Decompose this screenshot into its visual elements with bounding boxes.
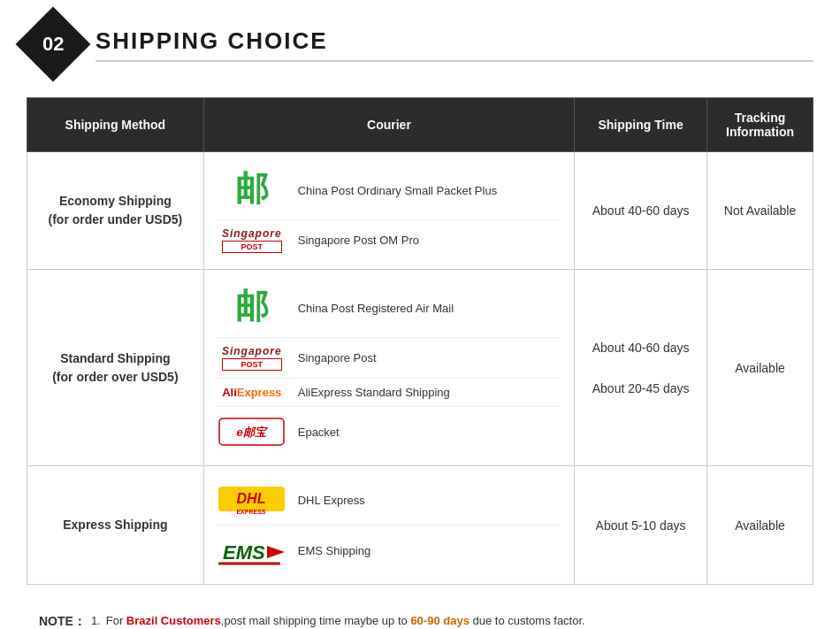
notes-section: NOTE： 1. For Brazil Customers,post mail … [27, 602, 813, 629]
courier-name: China Post Ordinary Small Packet Plus [298, 184, 497, 197]
table-row: Express Shipping DHL EXPRESS DHL Express [27, 466, 813, 585]
courier-item: EMS EMS Shipping [217, 525, 561, 575]
table-header-row: Shipping Method Courier Shipping Time Tr… [27, 98, 813, 152]
courier-item: Singapore POST Singapore Post OM Pro [217, 220, 561, 260]
singapore-logo: Singapore POST [217, 345, 287, 371]
couriers-economy: 邮 China Post Ordinary Small Packet Plus … [203, 152, 574, 270]
table-row: Standard Shipping(for order over USD5) 邮… [27, 270, 813, 466]
courier-name: Epacket [298, 426, 340, 439]
svg-text:DHL: DHL [237, 491, 266, 506]
courier-name: AliExpress Standard Shipping [298, 386, 450, 399]
note-label: NOTE： [39, 611, 86, 629]
shipping-time-economy: About 40-60 days [575, 152, 707, 270]
courier-item: Singapore POST Singapore Post [217, 338, 561, 378]
col-header-time: Shipping Time [575, 98, 707, 152]
col-header-courier: Courier [203, 98, 574, 152]
dhl-logo: DHL EXPRESS [217, 482, 287, 518]
courier-item: DHL EXPRESS DHL Express [217, 475, 561, 525]
shipping-time-express: About 5-10 days [575, 466, 707, 585]
shipping-table: Shipping Method Courier Shipping Time Tr… [27, 97, 813, 585]
svg-text:邮: 邮 [235, 288, 269, 325]
courier-name: Singapore Post [298, 351, 377, 364]
svg-text:e邮宝: e邮宝 [237, 426, 268, 439]
couriers-express: DHL EXPRESS DHL Express EMS [203, 466, 574, 585]
col-header-method: Shipping Method [27, 98, 204, 152]
method-standard: Standard Shipping(for order over USD5) [27, 270, 204, 466]
note-highlight-days: 60-90 days [410, 614, 470, 627]
svg-text:EMS: EMS [223, 541, 265, 564]
note-text-1: For Brazil Customers,post mail shipping … [106, 611, 585, 629]
note-number: 1. [91, 611, 101, 629]
page-header: 02 SHIPPING CHOICE [27, 18, 813, 71]
courier-name: DHL Express [298, 494, 365, 507]
note-item-1: NOTE： 1. For Brazil Customers,post mail … [39, 611, 801, 629]
chinapost-logo: 邮 [217, 286, 287, 330]
courier-item: e邮宝 Epacket [217, 407, 561, 456]
shipping-time-standard: About 40-60 days About 20-45 days [575, 270, 707, 466]
section-number-diamond: 02 [16, 7, 91, 82]
page-title: SHIPPING CHOICE [95, 27, 813, 62]
ems-logo: EMS [217, 533, 287, 568]
method-express: Express Shipping [27, 466, 204, 585]
tracking-economy: Not Available [707, 152, 813, 270]
svg-text:EXPRESS: EXPRESS [237, 509, 266, 515]
svg-text:邮: 邮 [235, 170, 269, 207]
svg-marker-9 [267, 546, 285, 558]
chinapost-logo: 邮 [217, 168, 287, 212]
epacket-logo: e邮宝 [217, 414, 287, 449]
courier-name: China Post Registered Air Mail [298, 302, 454, 315]
singapore-logo: Singapore POST [217, 227, 287, 253]
table-row: Economy Shipping(for order under USD5) 邮… [27, 152, 813, 270]
tracking-express: Available [707, 466, 813, 585]
tracking-standard: Available [707, 270, 813, 466]
note-highlight-brazil: Brazil Customers [126, 614, 221, 627]
courier-name: Singapore Post OM Pro [298, 234, 419, 247]
method-economy: Economy Shipping(for order under USD5) [27, 152, 204, 270]
section-number: 02 [42, 33, 64, 56]
courier-item: 邮 China Post Ordinary Small Packet Plus [217, 161, 561, 219]
courier-name: EMS Shipping [298, 544, 370, 557]
col-header-tracking: Tracking Information [707, 98, 813, 152]
courier-item: 邮 China Post Registered Air Mail [217, 279, 561, 337]
courier-item: AliExpress AliExpress Standard Shipping [217, 379, 561, 406]
aliexpress-logo: AliExpress [217, 386, 287, 399]
couriers-standard: 邮 China Post Registered Air Mail Singapo… [203, 270, 574, 466]
